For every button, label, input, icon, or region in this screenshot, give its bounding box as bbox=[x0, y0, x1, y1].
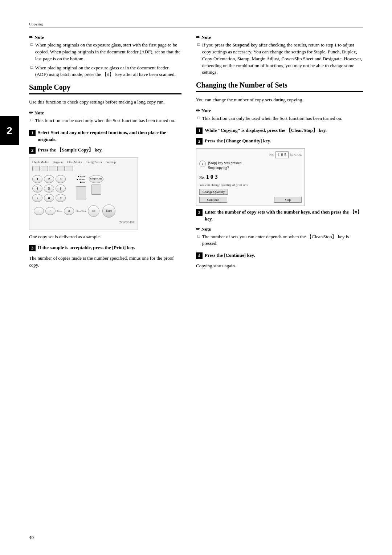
copier-diagram: Check Modes Program Clear Modes Energy S… bbox=[29, 157, 138, 230]
step3-desc: The number of copies made is the number … bbox=[29, 255, 181, 269]
note-icon-r2: ✏ bbox=[196, 108, 200, 114]
note-text-1-2: When placing original on the exposure gl… bbox=[35, 65, 181, 78]
changing-sets-heading: Changing the Number of Sets bbox=[196, 81, 363, 92]
step-1-left: 1 Select Sort and any other required fun… bbox=[29, 129, 181, 143]
screen-header: No. 1 0 5 MIN/JOB bbox=[199, 151, 302, 158]
image-caption: ZGVS040E bbox=[32, 220, 135, 224]
header-text: Copying bbox=[29, 22, 43, 26]
sample-copy-desc: Use this function to check copy settings… bbox=[29, 99, 181, 106]
label-program: Program bbox=[53, 161, 63, 164]
step-2-left: 2 Press the 【Sample Copy】 key. bbox=[29, 147, 181, 154]
right-step-text-3: Enter the number of copy sets with the n… bbox=[205, 209, 363, 223]
step4-desc: Copying starts again. bbox=[196, 263, 363, 270]
right-step-2: 2 Press the [Change Quantity] key. bbox=[196, 138, 363, 145]
page-number: 40 bbox=[29, 535, 34, 540]
note-icon-r3: ✏ bbox=[196, 226, 200, 232]
label-clear-modes: Clear Modes bbox=[67, 161, 82, 164]
key-0: 0 bbox=[45, 207, 56, 215]
step-num-1: 1 bbox=[29, 130, 36, 136]
right-note-text-2-1: This function can only be used when the … bbox=[202, 115, 342, 122]
clear-stop-btn: C/© bbox=[88, 205, 99, 217]
screen-question: Stop copying? bbox=[208, 165, 242, 170]
screen-change-btn-row: Change Quantity bbox=[199, 189, 302, 195]
right-step-3: 3 Enter the number of copy sets with the… bbox=[196, 209, 363, 223]
note-section-1: ✏ Note □ When placing originals on the e… bbox=[29, 35, 181, 78]
right-step-text-4: Press the [Continue] key. bbox=[205, 252, 255, 259]
interrupt-btn bbox=[66, 166, 73, 171]
screen-small-text: You can change quantity of print sets. bbox=[199, 183, 302, 187]
note-section-2: ✏ Note □ This function can be used only … bbox=[29, 110, 181, 124]
note-title-1: ✏ Note bbox=[29, 35, 181, 40]
screen-continue-btn[interactable]: Continue bbox=[199, 197, 227, 203]
right-note-item-2-1: □ This function can only be used when th… bbox=[196, 115, 363, 122]
key-1: 1 bbox=[32, 175, 42, 183]
note-item-1-1: □ When placing originals on the exposure… bbox=[29, 42, 181, 62]
check-modes-btn bbox=[32, 166, 40, 171]
key-9: 9 bbox=[56, 194, 66, 202]
note-icon-1: ✏ bbox=[29, 35, 33, 40]
note-icon-2: ✏ bbox=[29, 110, 33, 116]
note-text-1-1: When placing originals on the exposure g… bbox=[35, 42, 181, 62]
right-note-1: ✏ Note □ If you press the Suspend key af… bbox=[196, 35, 363, 76]
right-step-num-1: 1 bbox=[196, 127, 203, 134]
right-step-1: 1 While "Copying" is displayed, press th… bbox=[196, 127, 363, 134]
changing-sets-desc: You can change the number of copy sets d… bbox=[196, 97, 363, 104]
copier-labels: Check Modes Program Clear Modes Energy S… bbox=[32, 161, 117, 164]
screen-icon-row: i [Stop] key was pressed. Stop copying? bbox=[199, 161, 302, 170]
key-8: 8 bbox=[44, 194, 54, 202]
page-header: Copying bbox=[29, 22, 363, 28]
right-note-item-1-1: □ If you press the Suspend key after che… bbox=[196, 42, 363, 76]
right-note-2: ✏ Note □ This function can only be used … bbox=[196, 108, 363, 122]
right-note-title-1: ✏ Note bbox=[196, 35, 363, 40]
step-text-3: If the sample is acceptable, press the [… bbox=[38, 244, 135, 251]
step-text-1: Select Sort and any other required funct… bbox=[38, 129, 181, 143]
screen-counter-label: No. bbox=[269, 153, 274, 157]
screen-counter-unit: MIN/JOB bbox=[290, 153, 302, 157]
screen-change-qty-btn[interactable]: Change Quantity bbox=[199, 189, 228, 195]
copier-top-bar: Check Modes Program Clear Modes Energy S… bbox=[32, 161, 135, 164]
right-step-text-1: While "Copying" is displayed, press the … bbox=[205, 127, 327, 134]
right-note-text-1-1: If you press the Suspend key after check… bbox=[202, 42, 363, 76]
sample-copy-heading: Sample Copy bbox=[29, 83, 181, 94]
two-column-layout: ✏ Note □ When placing originals on the e… bbox=[29, 35, 363, 274]
key-7: 7 bbox=[32, 194, 42, 202]
screen-info-icon: i bbox=[199, 161, 206, 167]
checkbox-icon: □ bbox=[197, 42, 200, 76]
right-step-4: 4 Press the [Continue] key. bbox=[196, 252, 363, 259]
screen-number-value: 1 0 3 bbox=[206, 174, 218, 180]
clear-modes-btn bbox=[49, 166, 56, 171]
screen-counter-value: 1 0 5 bbox=[275, 151, 289, 158]
keypad: 1 2 3 4 5 6 7 8 9 bbox=[32, 175, 66, 202]
screen-stop-msg: [Stop] key was pressed. bbox=[208, 161, 242, 165]
label-check-modes: Check Modes bbox=[32, 161, 48, 164]
note-item-1-2: □ When placing original on the exposure … bbox=[29, 65, 181, 78]
step-num-2: 2 bbox=[29, 147, 36, 154]
screen-bottom-btn-row: Continue Stop bbox=[199, 197, 302, 203]
page: 2 Copying ✏ Note □ When placing original… bbox=[0, 0, 392, 555]
chapter-tab: 2 bbox=[0, 116, 19, 145]
right-column: ✏ Note □ If you press the Suspend key af… bbox=[196, 35, 363, 274]
label-energy-saver: Energy Saver bbox=[86, 161, 102, 164]
right-note-text-3-1: The number of sets you can enter depends… bbox=[202, 234, 363, 247]
right-step-num-4: 4 bbox=[196, 252, 203, 259]
key-3: 3 bbox=[56, 175, 66, 183]
note-icon-r1: ✏ bbox=[196, 35, 200, 40]
checkbox-icon: □ bbox=[30, 65, 33, 78]
note-text-2-1: This function can be used only when the … bbox=[35, 117, 175, 124]
right-step-num-3: 3 bbox=[196, 209, 203, 216]
label-interrupt: Interrupt bbox=[106, 161, 117, 164]
key-hash: # bbox=[64, 207, 74, 215]
checkbox-icon: □ bbox=[197, 234, 200, 247]
right-step-num-2: 2 bbox=[196, 138, 203, 145]
screen-number-label: No. bbox=[199, 175, 205, 179]
checkbox-icon: □ bbox=[30, 118, 33, 124]
note-item-2-1: □ This function can be used only when th… bbox=[29, 117, 181, 124]
right-note-title-2: ✏ Note bbox=[196, 108, 363, 114]
right-note-3: ✏ Note □ The number of sets you can ente… bbox=[196, 226, 363, 247]
right-step-text-2: Press the [Change Quantity] key. bbox=[205, 138, 271, 145]
step-text-2: Press the 【Sample Copy】 key. bbox=[38, 147, 103, 154]
energy-saver-btn bbox=[57, 166, 65, 171]
screen-stop-btn[interactable]: Stop bbox=[274, 197, 302, 203]
checkbox-icon: □ bbox=[197, 116, 200, 122]
key-6: 6 bbox=[56, 185, 66, 193]
